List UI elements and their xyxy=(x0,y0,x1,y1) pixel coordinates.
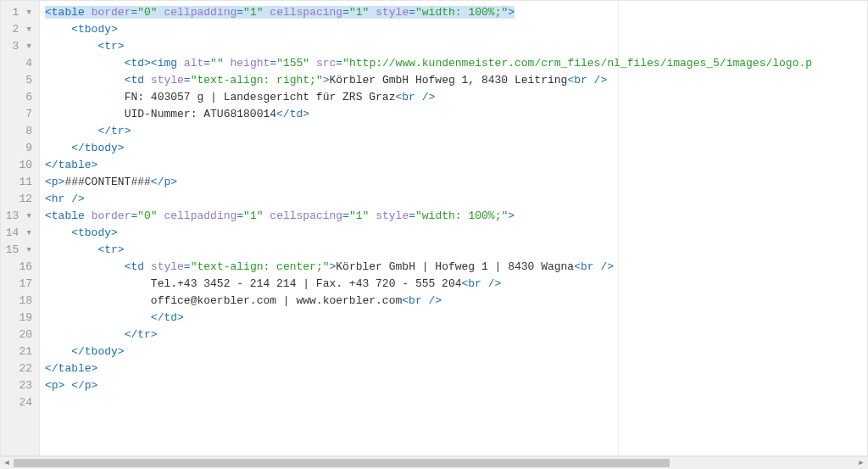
gutter-line: 17 xyxy=(4,276,32,293)
horizontal-scrollbar[interactable]: ◀ ▶ xyxy=(0,456,868,469)
code-line[interactable]: <tr> xyxy=(45,38,867,55)
gutter-line: 22 xyxy=(4,360,32,377)
code-line[interactable]: </tbody> xyxy=(45,140,867,157)
gutter-line: 5 xyxy=(4,72,32,89)
code-line[interactable]: <td style="text-align: right;">Körbler G… xyxy=(45,72,867,89)
line-number-gutter: 1 ▾2 ▾3 ▾4 5 6 7 8 9 10 11 12 13 ▾14 ▾15… xyxy=(1,1,40,455)
gutter-line: 2 ▾ xyxy=(4,21,32,38)
gutter-line: 18 xyxy=(4,293,32,310)
code-line[interactable]: </tbody> xyxy=(45,343,867,360)
gutter-line: 1 ▾ xyxy=(4,4,32,21)
code-line[interactable]: <tbody> xyxy=(45,21,867,38)
code-line[interactable]: <tbody> xyxy=(45,225,867,242)
code-line[interactable]: </tr> xyxy=(45,123,867,140)
code-line[interactable]: <td><img alt="" height="155" src="http:/… xyxy=(45,55,867,72)
code-line[interactable]: </td> xyxy=(45,310,867,327)
code-line[interactable]: <td style="text-align: center;">Körbler … xyxy=(45,259,867,276)
gutter-line: 19 xyxy=(4,310,32,327)
scrollbar-track[interactable] xyxy=(14,459,854,467)
gutter-line: 9 xyxy=(4,140,32,157)
gutter-line: 23 xyxy=(4,377,32,394)
code-lines[interactable]: <table border="0" cellpadding="1" cellsp… xyxy=(40,1,867,415)
code-editor[interactable]: 1 ▾2 ▾3 ▾4 5 6 7 8 9 10 11 12 13 ▾14 ▾15… xyxy=(0,0,868,456)
code-line[interactable]: <p>###CONTENT###</p> xyxy=(45,174,867,191)
gutter-line: 20 xyxy=(4,327,32,343)
code-line[interactable]: </table> xyxy=(45,157,867,174)
code-line[interactable]: office@koerbler.com | www.koerbler.com<b… xyxy=(45,293,867,310)
gutter-line: 11 xyxy=(4,174,32,191)
gutter-line: 15 ▾ xyxy=(4,242,32,259)
text-selection: <table border="0" cellpadding="1" cellsp… xyxy=(45,6,515,19)
code-line[interactable]: <tr> xyxy=(45,242,867,259)
gutter-line: 7 xyxy=(4,106,32,123)
gutter-line: 3 ▾ xyxy=(4,38,32,55)
gutter-line: 10 xyxy=(4,157,32,174)
gutter-line: 24 xyxy=(4,394,32,411)
scroll-right-arrow-icon[interactable]: ▶ xyxy=(854,457,868,469)
gutter-line: 16 xyxy=(4,259,32,276)
gutter-line: 14 ▾ xyxy=(4,225,32,242)
code-line[interactable]: <table border="0" cellpadding="1" cellsp… xyxy=(45,4,867,21)
code-line[interactable]: <table border="0" cellpadding="1" cellsp… xyxy=(45,208,867,225)
code-line[interactable]: </tr> xyxy=(45,327,867,343)
gutter-line: 12 xyxy=(4,191,32,208)
code-line[interactable]: UID-Nummer: ATU68180014</td> xyxy=(45,106,867,123)
code-line[interactable]: FN: 403057 g | Landesgericht für ZRS Gra… xyxy=(45,89,867,106)
code-line[interactable]: Tel.+43 3452 - 214 214 | Fax. +43 720 - … xyxy=(45,276,867,293)
gutter-line: 8 xyxy=(4,123,32,140)
code-line[interactable] xyxy=(45,394,867,411)
code-line[interactable]: <hr /> xyxy=(45,191,867,208)
code-line[interactable]: <p> </p> xyxy=(45,377,867,394)
code-line[interactable]: </table> xyxy=(45,360,867,377)
gutter-line: 21 xyxy=(4,343,32,360)
gutter-line: 6 xyxy=(4,89,32,106)
scroll-left-arrow-icon[interactable]: ◀ xyxy=(0,457,14,469)
gutter-line: 13 ▾ xyxy=(4,208,32,225)
scrollbar-thumb[interactable] xyxy=(14,459,670,467)
code-area[interactable]: <table border="0" cellpadding="1" cellsp… xyxy=(40,1,867,455)
gutter-line: 4 xyxy=(4,55,32,72)
